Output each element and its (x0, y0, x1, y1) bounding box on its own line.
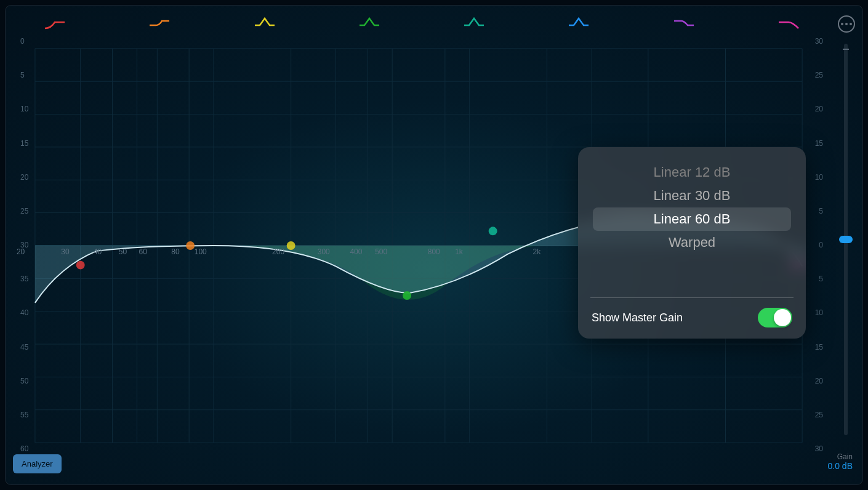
y-right-tick: 5 (819, 207, 823, 215)
range-option[interactable]: Warped (587, 231, 797, 254)
range-option[interactable]: Linear 60 dB (593, 207, 791, 231)
y-right-tick: 10 (815, 308, 823, 317)
y-left-tick: 55 (20, 411, 28, 419)
toggle-knob (774, 309, 791, 326)
y-left-tick: 0 (20, 37, 25, 46)
y-left-tick: 35 (20, 275, 28, 283)
band-1-lowcut-icon[interactable] (42, 16, 67, 30)
y-right-tick: 5 (819, 275, 823, 283)
range-option[interactable]: Linear 30 dB (587, 184, 797, 207)
x-tick: 80 (171, 247, 179, 256)
range-option[interactable]: Linear 12 dB (587, 161, 797, 184)
x-tick: 200 (272, 247, 284, 256)
analyzer-button[interactable]: Analyzer (13, 454, 62, 473)
y-right-tick: 15 (815, 343, 823, 351)
y-left-tick: 5 (20, 71, 25, 79)
master-gain-slider[interactable] (844, 44, 848, 435)
options-menu-button[interactable] (838, 15, 855, 33)
x-tick: 50 (119, 247, 127, 256)
x-tick: 30 (61, 247, 69, 256)
y-right-tick: 30 (815, 444, 823, 453)
band-3-node[interactable] (287, 241, 295, 250)
band-5-node[interactable] (489, 227, 497, 235)
x-tick: 40 (94, 247, 102, 256)
band-5-bell-icon[interactable] (462, 16, 486, 30)
y-right-tick: 25 (815, 411, 823, 419)
x-tick: 2k (533, 247, 541, 256)
band-4-node[interactable] (403, 291, 411, 300)
x-tick: 60 (139, 247, 147, 256)
y-right-tick: 20 (815, 105, 823, 113)
x-tick: 1k (455, 247, 463, 256)
x-tick: 400 (350, 247, 362, 256)
y-left-tick: 50 (20, 377, 28, 385)
y-right-tick: 10 (815, 173, 823, 182)
y-right-tick: 0 (819, 241, 823, 249)
band-8-highcut-icon[interactable] (776, 16, 801, 30)
band-2-lowshelf-icon[interactable] (147, 16, 172, 30)
gain-thumb[interactable] (839, 236, 853, 243)
y-left-tick: 30 (20, 241, 28, 249)
minus-icon (843, 49, 849, 50)
x-tick: 500 (375, 247, 387, 256)
show-master-gain-label: Show Master Gain (592, 311, 683, 324)
band-4-bell-icon[interactable] (357, 16, 382, 30)
y-left-tick: 20 (20, 173, 28, 182)
y-right-tick: 15 (815, 139, 823, 148)
band-6-bell-icon[interactable] (566, 16, 591, 30)
popup-divider (590, 297, 794, 298)
y-left-tick: 15 (20, 139, 28, 148)
y-axis-right: 30252015105051015202530 (802, 41, 827, 449)
y-right-tick: 20 (815, 377, 823, 385)
band-3-bell-icon[interactable] (252, 16, 277, 30)
y-left-tick: 60 (20, 444, 28, 453)
x-tick: 800 (428, 247, 440, 256)
band-filter-row (42, 12, 801, 34)
y-left-tick: 40 (20, 308, 28, 317)
y-left-tick: 25 (20, 207, 28, 215)
y-axis-left: 051015202530354045505560 (17, 41, 41, 449)
y-right-tick: 30 (815, 37, 823, 46)
y-right-tick: 25 (815, 71, 823, 79)
x-tick: 100 (195, 247, 207, 256)
gain-readout: Gain 0.0 dB (828, 452, 853, 471)
x-tick: 300 (318, 247, 330, 256)
y-left-tick: 45 (20, 343, 28, 351)
band-7-highshelf-icon[interactable] (672, 16, 696, 30)
band-1-node[interactable] (76, 261, 85, 270)
band-2-node[interactable] (186, 241, 195, 250)
y-left-tick: 10 (20, 105, 28, 113)
show-master-gain-toggle[interactable] (758, 308, 792, 327)
range-popup: Linear 12 dBLinear 30 dBLinear 60 dBWarp… (578, 147, 806, 339)
